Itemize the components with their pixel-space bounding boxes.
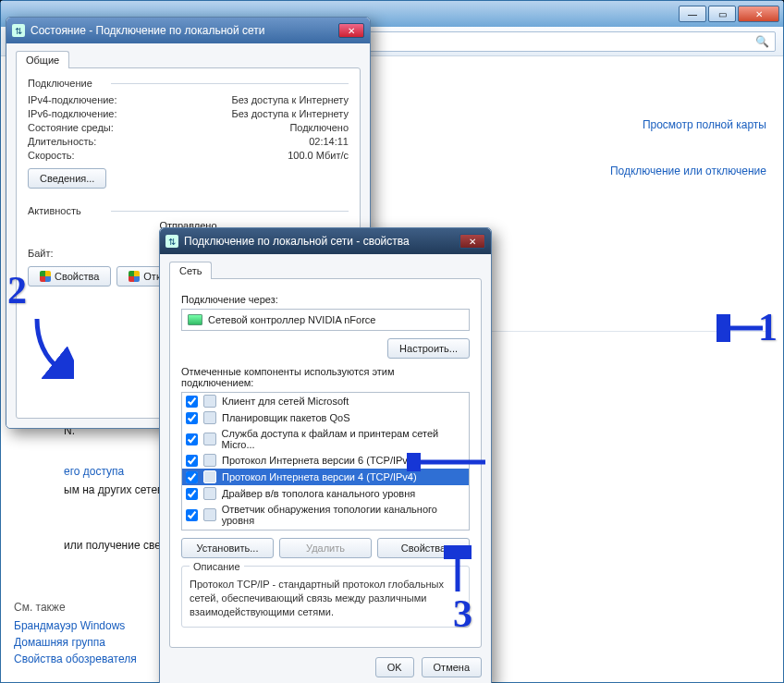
tab-general[interactable]: Общие (16, 51, 69, 68)
details-button[interactable]: Сведения... (28, 168, 106, 189)
responder-icon (203, 508, 216, 521)
tab-network[interactable]: Сеть (169, 262, 212, 279)
status-dialog-title: Состояние - Подключение по локальной сет… (31, 24, 265, 37)
components-list[interactable]: Клиент для сетей Microsoft Планировщик п… (181, 392, 470, 531)
view-full-map-link[interactable]: Просмотр полной карты (643, 118, 766, 131)
service-icon (203, 411, 216, 424)
component-item[interactable]: Ответчик обнаружения топологии канальног… (182, 502, 469, 528)
section-activity: Активность (28, 205, 349, 216)
status-dialog-titlebar[interactable]: ⇅ Состояние - Подключение по локальной с… (6, 18, 370, 43)
nic-icon (188, 314, 202, 325)
protocol-icon (203, 470, 216, 483)
component-item[interactable]: Драйвер в/в тополога канального уровня (182, 485, 469, 502)
adapter-icon: ⇅ (12, 24, 25, 37)
sharing-options-link[interactable]: его доступа (64, 465, 124, 478)
configure-button[interactable]: Настроить... (387, 338, 470, 359)
description-title: Описание (190, 561, 244, 572)
component-item-selected[interactable]: Протокол Интернета версии 4 (TCP/IPv4) (182, 469, 469, 485)
component-checkbox[interactable] (186, 488, 198, 500)
ipv6-label: IPv6-подключение: (28, 108, 166, 119)
protocol-icon (203, 454, 216, 467)
components-label: Отмеченные компоненты используются этим … (181, 366, 470, 388)
ipv4-value: Без доступа к Интернету (166, 94, 349, 105)
close-button[interactable]: ✕ (738, 6, 779, 22)
ipv6-value: Без доступа к Интернету (166, 108, 349, 119)
minimize-button[interactable]: — (679, 6, 706, 22)
duration-value: 02:14:11 (166, 136, 349, 147)
description-text: Протокол TCP/IP - стандартный протокол г… (190, 578, 461, 619)
search-icon: 🔍 (755, 35, 769, 48)
adapter-field: Сетевой контроллер NVIDIA nForce (181, 309, 470, 331)
ipv4-label: IPv4-подключение: (28, 94, 166, 105)
media-state-label: Состояние среды: (28, 122, 166, 133)
component-checkbox[interactable] (186, 396, 198, 408)
bytes-label: Байт: (28, 248, 166, 259)
properties-dialog-titlebar[interactable]: ⇅ Подключение по локальной сети - свойст… (160, 228, 491, 254)
service-icon (203, 433, 216, 445)
adapter-name: Сетевой контроллер NVIDIA nForce (208, 314, 375, 325)
driver-icon (203, 487, 216, 500)
properties-dialog-title: Подключение по локальной сети - свойства (184, 235, 410, 248)
connect-using-label: Подключение через: (181, 294, 470, 305)
cancel-button[interactable]: Отмена (422, 657, 482, 677)
component-checkbox[interactable] (186, 412, 198, 424)
see-also-homegroup[interactable]: Домашняя группа (14, 636, 137, 649)
speed-label: Скорость: (28, 150, 166, 161)
install-button[interactable]: Установить... (181, 538, 274, 558)
component-properties-button[interactable]: Свойства (377, 538, 470, 558)
status-dialog-close-button[interactable]: ✕ (338, 23, 364, 38)
component-checkbox[interactable] (186, 433, 198, 445)
properties-button[interactable]: Свойства (28, 266, 111, 287)
see-also-browser[interactable]: Свойства обозревателя (14, 653, 137, 665)
maximize-button[interactable]: ▭ (708, 6, 736, 22)
client-icon (203, 395, 216, 408)
properties-dialog: ⇅ Подключение по локальной сети - свойст… (159, 227, 492, 683)
component-item[interactable]: Служба доступа к файлам и принтерам сете… (182, 426, 469, 452)
description-group: Описание Протокол TCP/IP - стандартный п… (181, 566, 470, 628)
speed-value: 100.0 Мбит/с (166, 150, 349, 161)
component-item[interactable]: Клиент для сетей Microsoft (182, 393, 469, 409)
ok-button[interactable]: OK (375, 657, 414, 677)
see-also-panel: См. также Брандмауэр Windows Домашняя гр… (14, 601, 137, 669)
component-item[interactable]: Протокол Интернета версии 6 (TCP/IPv6) (182, 452, 469, 469)
see-also-firewall[interactable]: Брандмауэр Windows (14, 619, 137, 632)
component-item[interactable]: Планировщик пакетов QoS (182, 409, 469, 426)
see-also-header: См. также (14, 601, 137, 614)
media-state-value: Подключено (166, 122, 349, 133)
section-connection: Подключение (28, 78, 349, 89)
component-checkbox[interactable] (186, 471, 198, 483)
component-checkbox[interactable] (186, 509, 198, 521)
adapter-icon: ⇅ (165, 235, 178, 248)
uninstall-button: Удалить (279, 538, 372, 558)
properties-dialog-close-button[interactable]: ✕ (459, 234, 485, 249)
component-checkbox[interactable] (186, 455, 198, 467)
duration-label: Длительность: (28, 136, 166, 147)
